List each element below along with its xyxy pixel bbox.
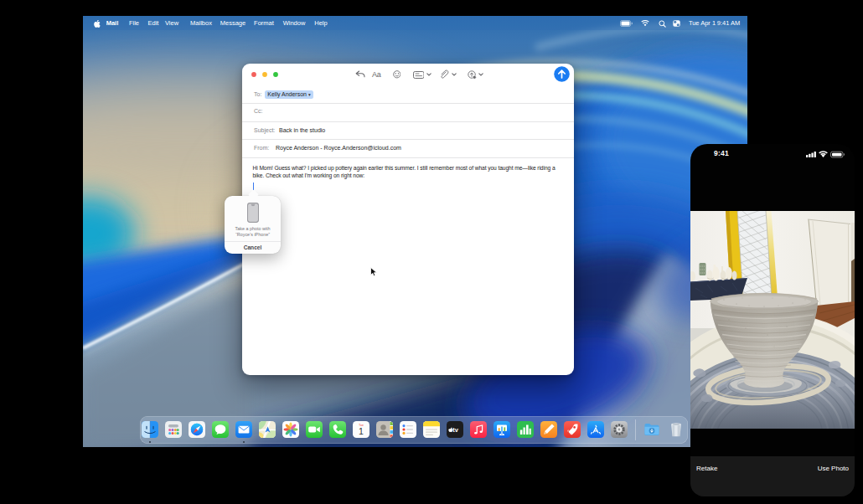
svg-text:1: 1: [359, 426, 364, 436]
svg-text:tv: tv: [452, 426, 458, 434]
